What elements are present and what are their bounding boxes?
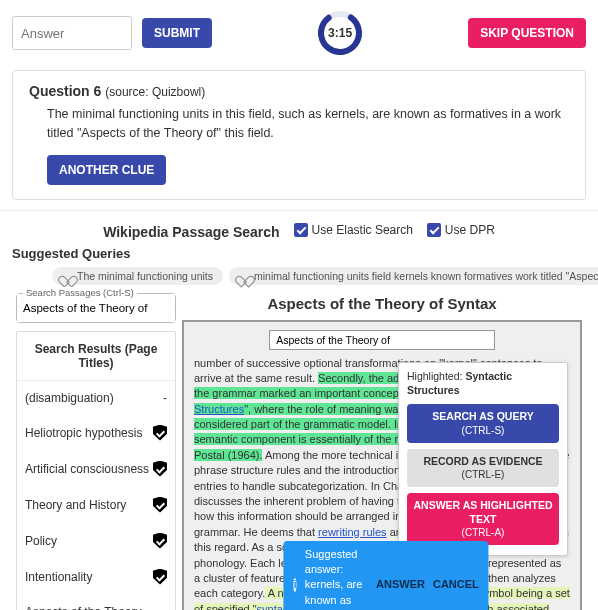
- popup-title: Highlighted: Syntactic Structures: [407, 369, 559, 398]
- result-row[interactable]: Policy: [17, 523, 175, 559]
- question-text: The minimal functioning units in this fi…: [47, 105, 569, 143]
- answer-as-highlighted-button[interactable]: ANSWER AS HIGHLIGHTED TEXT (CTRL-A): [407, 493, 559, 545]
- checkbox-icon: [427, 223, 441, 237]
- use-dpr-checkbox[interactable]: Use DPR: [427, 223, 495, 237]
- question-card: Question 6 (source: Quizbowl) The minima…: [12, 70, 586, 200]
- snackbar-cancel-button[interactable]: CANCEL: [433, 577, 479, 592]
- question-title: Question 6 (source: Quizbowl): [29, 83, 569, 99]
- question-source: (source: Quizbowl): [105, 85, 205, 99]
- shield-icon: [153, 497, 167, 513]
- result-row[interactable]: (disambiguation)-: [17, 381, 175, 415]
- snackbar-text: Suggested answer: kernels, are known as …: [305, 547, 368, 610]
- suggested-query-chip[interactable]: minimal functioning units field kernels …: [229, 267, 598, 285]
- search-passages-input[interactable]: [17, 294, 175, 322]
- article-pane[interactable]: number of successive optional transforma…: [182, 320, 582, 611]
- answer-input[interactable]: [12, 16, 132, 50]
- result-row[interactable]: Heliotropic hypothesis: [17, 415, 175, 451]
- article-title: Aspects of the Theory of Syntax: [182, 295, 582, 312]
- search-title-row: Wikipedia Passage Search Use Elastic Sea…: [12, 223, 586, 240]
- shield-icon: [153, 533, 167, 549]
- heart-icon: [239, 271, 250, 281]
- timer: 3:15: [317, 10, 363, 56]
- search-results-card: Search Results (Page Titles) (disambigua…: [16, 331, 176, 611]
- suggested-queries-label: Suggested Queries: [12, 246, 586, 261]
- result-row[interactable]: Artificial consciousness: [17, 451, 175, 487]
- info-icon: i: [293, 578, 296, 592]
- skip-question-button[interactable]: SKIP QUESTION: [468, 18, 586, 48]
- result-row[interactable]: Theory and History: [17, 487, 175, 523]
- timer-wrap: 3:15: [222, 10, 458, 56]
- result-row[interactable]: Aspects of the Theory of Syntax: [17, 595, 175, 611]
- suggested-queries-chips: The minimal functioning units minimal fu…: [12, 267, 586, 285]
- another-clue-button[interactable]: ANOTHER CLUE: [47, 155, 166, 185]
- checkbox-icon: [294, 223, 308, 237]
- search-as-query-button[interactable]: SEARCH AS QUERY (CTRL-S): [407, 404, 559, 443]
- shield-icon: [153, 425, 167, 441]
- heart-icon: [62, 271, 73, 281]
- shield-icon: [153, 569, 167, 585]
- search-passages-field[interactable]: Search Passages (Ctrl-S): [16, 293, 176, 323]
- search-results-header: Search Results (Page Titles): [17, 332, 175, 381]
- search-passages-label: Search Passages (Ctrl-S): [23, 287, 137, 298]
- link-rewriting-rules[interactable]: rewriting rules: [318, 526, 386, 538]
- result-row[interactable]: Intentionality: [17, 559, 175, 595]
- snackbar-answer-button[interactable]: ANSWER: [376, 577, 425, 592]
- suggested-query-chip[interactable]: The minimal functioning units: [52, 267, 223, 285]
- suggested-answer-snackbar: i Suggested answer: kernels, are known a…: [283, 541, 488, 610]
- highlight-popup: Highlighted: Syntactic Structures SEARCH…: [398, 362, 568, 557]
- search-title: Wikipedia Passage Search: [103, 224, 280, 240]
- page-find-input[interactable]: [269, 330, 495, 350]
- record-as-evidence-button[interactable]: RECORD AS EVIDENCE (CTRL-E): [407, 449, 559, 488]
- search-section: Wikipedia Passage Search Use Elastic Sea…: [0, 210, 598, 611]
- top-bar: SUBMIT 3:15 SKIP QUESTION: [0, 0, 598, 66]
- submit-button[interactable]: SUBMIT: [142, 18, 212, 48]
- shield-icon: [153, 461, 167, 477]
- use-elastic-checkbox[interactable]: Use Elastic Search: [294, 223, 413, 237]
